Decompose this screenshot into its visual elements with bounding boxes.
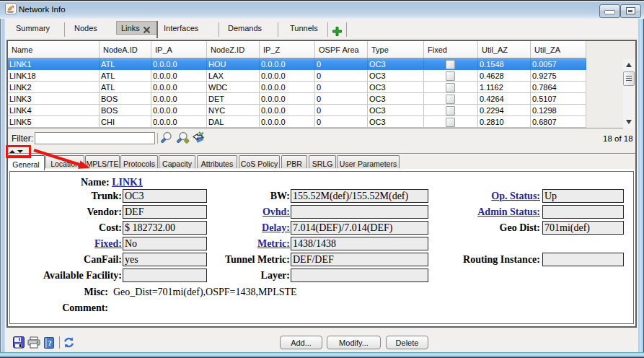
svg-text:?: ? — [48, 339, 52, 347]
